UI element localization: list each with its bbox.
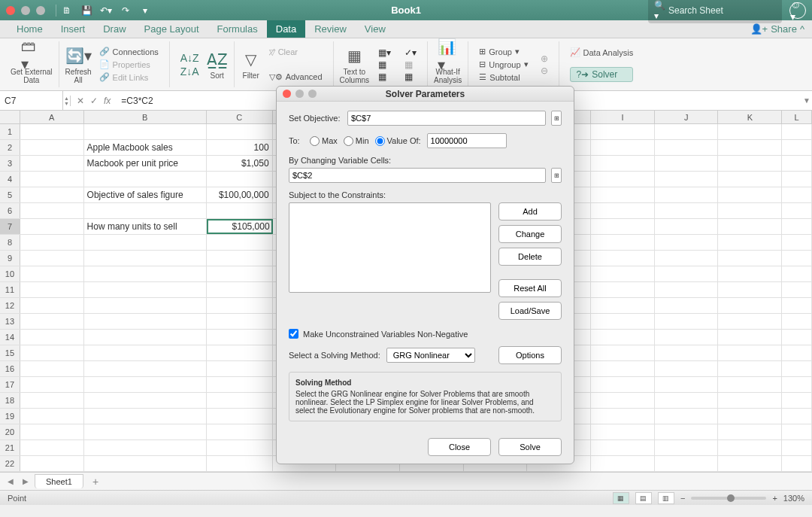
get-external-data-button[interactable]: 🗃▾ Get External Data: [11, 45, 53, 84]
cell[interactable]: [718, 345, 782, 360]
cell[interactable]: [591, 361, 655, 376]
cell[interactable]: [84, 377, 207, 392]
cell[interactable]: [782, 314, 812, 329]
data-validation-icon[interactable]: ✓▾: [404, 47, 417, 58]
cell[interactable]: [20, 377, 84, 392]
manage-data-icon[interactable]: ▦: [404, 71, 417, 82]
cell[interactable]: [718, 266, 782, 281]
cell[interactable]: [718, 456, 782, 471]
minimize-window-icon[interactable]: [21, 6, 30, 15]
cell[interactable]: [20, 345, 84, 360]
flash-fill-icon[interactable]: ▦▾: [378, 47, 391, 58]
sort-button[interactable]: A̲Z̲ Sort: [207, 49, 228, 80]
add-sheet-icon[interactable]: +: [86, 476, 105, 488]
cell[interactable]: [591, 456, 655, 471]
cell[interactable]: [655, 124, 719, 139]
ref-picker-icon[interactable]: ⊞: [551, 111, 562, 126]
cell[interactable]: $1,050: [207, 156, 273, 171]
cell[interactable]: [84, 456, 207, 471]
cell[interactable]: [718, 314, 782, 329]
row-header[interactable]: 20: [0, 424, 20, 439]
cell[interactable]: [718, 219, 782, 234]
cell[interactable]: [84, 282, 207, 297]
properties-button[interactable]: 📄Properties: [99, 59, 159, 70]
valueof-input[interactable]: [427, 133, 507, 148]
edit-links-button[interactable]: 🔗Edit Links: [99, 71, 159, 83]
cell[interactable]: [782, 172, 812, 187]
cell[interactable]: [591, 124, 655, 139]
cell[interactable]: [655, 424, 719, 439]
undo-icon[interactable]: ↶▾: [98, 3, 114, 18]
cell[interactable]: [591, 156, 655, 171]
cell[interactable]: [591, 330, 655, 345]
cell[interactable]: [207, 282, 273, 297]
clear-filter-button[interactable]: ▽̸Clear: [269, 47, 323, 58]
tab-page-layout[interactable]: Page Layout: [135, 20, 208, 38]
row-header[interactable]: 10: [0, 266, 20, 281]
tab-insert[interactable]: Insert: [52, 20, 95, 38]
cell[interactable]: [655, 203, 719, 218]
cell[interactable]: [84, 393, 207, 408]
cell[interactable]: [591, 172, 655, 187]
cell[interactable]: [782, 456, 812, 471]
cell[interactable]: [782, 361, 812, 376]
cell[interactable]: [207, 361, 273, 376]
cell[interactable]: [782, 282, 812, 297]
cell[interactable]: [84, 440, 207, 455]
remove-duplicates-icon[interactable]: ▦: [378, 59, 391, 70]
cell[interactable]: $100,00,000: [207, 187, 273, 202]
add-constraint-button[interactable]: Add: [498, 202, 562, 220]
zoom-level[interactable]: 130%: [783, 494, 804, 503]
cell[interactable]: [591, 377, 655, 392]
cell[interactable]: [20, 314, 84, 329]
min-radio[interactable]: Min: [344, 136, 369, 146]
cell[interactable]: [782, 424, 812, 439]
whatif-button[interactable]: 📊▾ What-If Analysis: [434, 45, 462, 84]
col-header[interactable]: K: [718, 111, 782, 123]
save-icon[interactable]: 💾: [79, 3, 94, 18]
row-header[interactable]: 17: [0, 377, 20, 392]
sort-desc-icon[interactable]: Z↓A: [180, 65, 199, 78]
cell[interactable]: [207, 172, 273, 187]
qat-customize-icon[interactable]: ▾: [138, 3, 153, 18]
ref-picker-icon[interactable]: ⊞: [551, 168, 562, 183]
cell[interactable]: [591, 219, 655, 234]
nonneg-checkbox[interactable]: Make Unconstrained Variables Non-Negativ…: [289, 329, 468, 339]
cell[interactable]: [84, 266, 207, 281]
row-header[interactable]: 4: [0, 172, 20, 187]
autosave-icon[interactable]: 🗎: [59, 3, 74, 18]
cell[interactable]: [782, 124, 812, 139]
hide-detail-icon[interactable]: ⊖: [541, 65, 548, 76]
cell[interactable]: [718, 187, 782, 202]
sheet-prev-icon[interactable]: ◀: [5, 477, 17, 485]
cell[interactable]: [20, 330, 84, 345]
data-analysis-button[interactable]: 📈Data Analysis: [570, 47, 634, 58]
col-header[interactable]: I: [591, 111, 655, 123]
collapse-ribbon-icon[interactable]: ^: [800, 23, 804, 35]
row-header[interactable]: 12: [0, 298, 20, 313]
cell[interactable]: [655, 282, 719, 297]
cell[interactable]: [655, 298, 719, 313]
tab-draw[interactable]: Draw: [94, 20, 135, 38]
redo-icon[interactable]: ↷: [118, 3, 133, 18]
tab-home[interactable]: Home: [8, 20, 52, 38]
cell[interactable]: [655, 156, 719, 171]
row-header[interactable]: 15: [0, 345, 20, 360]
solve-button[interactable]: Solve: [498, 438, 562, 456]
row-header[interactable]: 9: [0, 251, 20, 266]
cell[interactable]: [655, 456, 719, 471]
cell[interactable]: [207, 251, 273, 266]
row-header[interactable]: 5: [0, 187, 20, 202]
cell[interactable]: [591, 266, 655, 281]
cell[interactable]: [207, 393, 273, 408]
row-header[interactable]: 11: [0, 282, 20, 297]
row-header[interactable]: 19: [0, 409, 20, 424]
tab-view[interactable]: View: [356, 20, 395, 38]
row-header[interactable]: 1: [0, 124, 20, 139]
col-header[interactable]: C: [207, 111, 273, 123]
cell[interactable]: [20, 219, 84, 234]
share-button[interactable]: 👤+Share ^: [750, 23, 804, 35]
cell[interactable]: [84, 345, 207, 360]
cell[interactable]: [591, 409, 655, 424]
set-objective-input[interactable]: [347, 111, 546, 126]
